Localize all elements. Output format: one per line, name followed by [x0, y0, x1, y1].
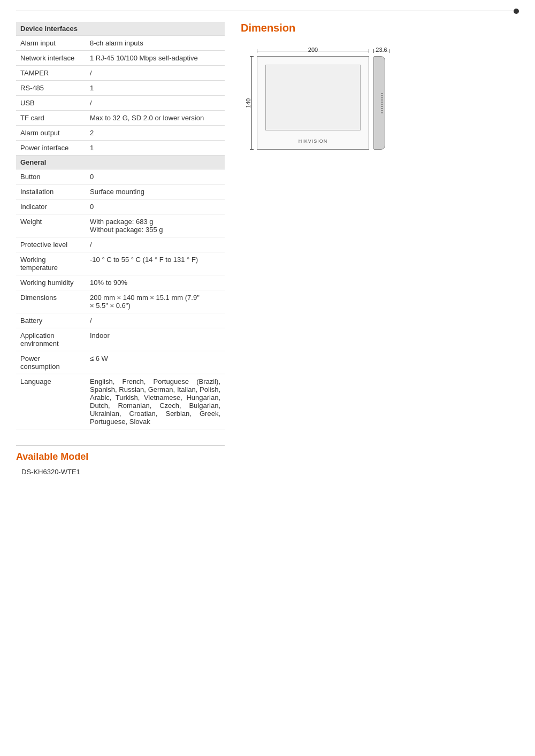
- row-value: Surface mounting: [86, 184, 225, 199]
- dim-height-label: 140: [245, 98, 251, 107]
- dim-line-cap-left: [257, 49, 257, 53]
- device-side-shape: [373, 56, 385, 150]
- dim-line-cap-bottom: [250, 149, 254, 150]
- brand-text: HIKVISION: [299, 138, 328, 144]
- row-label: TAMPER: [16, 66, 86, 81]
- dim-line-side: [373, 51, 389, 51]
- dim-line-left: [251, 56, 252, 150]
- row-value: ≤ 6 W: [86, 351, 225, 374]
- section-header-label: General: [16, 156, 225, 169]
- row-value: Max to 32 G, SD 2.0 or lower version: [86, 111, 225, 126]
- available-model-section: Available Model DS-KH6320-WTE1: [16, 445, 225, 476]
- row-label: Protective level: [16, 237, 86, 252]
- main-layout: Device interfaces Alarm input 8-ch alarm…: [16, 22, 519, 476]
- table-row: Language English, French, Portuguese (Br…: [16, 374, 225, 429]
- front-view-container: 200 140 HIKVISION: [257, 56, 369, 150]
- side-line: [381, 108, 383, 109]
- row-label: Indicator: [16, 199, 86, 214]
- side-line: [381, 97, 383, 98]
- side-view-container: 23.6: [373, 56, 389, 150]
- row-label: RS-485: [16, 81, 86, 96]
- side-line: [381, 110, 383, 111]
- table-row: TAMPER /: [16, 66, 225, 81]
- table-row: Network interface 1 RJ-45 10/100 Mbps se…: [16, 51, 225, 66]
- row-label: Language: [16, 374, 86, 429]
- section-header-label: Device interfaces: [16, 22, 225, 36]
- table-row: Working temperature -10 ° C to 55 ° C (1…: [16, 252, 225, 275]
- row-value: 2: [86, 126, 225, 141]
- row-value: /: [86, 237, 225, 252]
- table-row: Indicator 0: [16, 199, 225, 214]
- row-value: 1 RJ-45 10/100 Mbps self-adaptive: [86, 51, 225, 66]
- dim-line-cap-top: [250, 56, 254, 57]
- row-label: Button: [16, 169, 86, 184]
- device-side: [373, 56, 389, 150]
- row-label: TF card: [16, 111, 86, 126]
- side-line: [381, 104, 383, 105]
- row-value: English, French, Portuguese (Brazil), Sp…: [86, 374, 225, 429]
- row-value: /: [86, 313, 225, 328]
- side-line: [381, 106, 383, 107]
- row-label: Battery: [16, 313, 86, 328]
- row-value: 0: [86, 199, 225, 214]
- dimension-title: Dimension: [241, 22, 519, 34]
- table-row: Alarm output 2: [16, 126, 225, 141]
- row-label: Alarm output: [16, 126, 86, 141]
- side-line: [381, 95, 383, 96]
- top-divider: [16, 11, 519, 11]
- model-item: DS-KH6320-WTE1: [16, 468, 225, 476]
- table-row: USB /: [16, 96, 225, 111]
- row-label: Installation: [16, 184, 86, 199]
- row-value: 0: [86, 169, 225, 184]
- row-value: 10% to 90%: [86, 275, 225, 290]
- dim-width-label: 200: [257, 45, 369, 53]
- row-label: Application environment: [16, 328, 86, 351]
- side-line: [381, 112, 383, 113]
- dim-line-top: [257, 51, 369, 51]
- table-row: Power consumption ≤ 6 W: [16, 351, 225, 374]
- row-label: Dimensions: [16, 290, 86, 313]
- row-label: Network interface: [16, 51, 86, 66]
- spec-table: Device interfaces Alarm input 8-ch alarm…: [16, 22, 225, 429]
- dimension-diagram: 200 140 HIKVISION: [241, 43, 519, 150]
- available-model-title: Available Model: [16, 451, 225, 462]
- row-label: Working temperature: [16, 252, 86, 275]
- spec-table-section: Device interfaces Alarm input 8-ch alarm…: [16, 22, 225, 476]
- table-row: Protective level /: [16, 237, 225, 252]
- row-value: 8-ch alarm inputs: [86, 36, 225, 51]
- side-line: [381, 99, 383, 101]
- table-row: Power interface 1: [16, 141, 225, 156]
- dim-line-cap-right: [369, 49, 369, 53]
- row-label: Weight: [16, 214, 86, 237]
- dim-side-cap-left: [373, 49, 374, 53]
- row-label: Power consumption: [16, 351, 86, 374]
- row-label: Alarm input: [16, 36, 86, 51]
- dimension-section: Dimension 200 140: [241, 22, 519, 150]
- table-row: Battery /: [16, 313, 225, 328]
- row-value: Indoor: [86, 328, 225, 351]
- row-value: -10 ° C to 55 ° C (14 ° F to 131 ° F): [86, 252, 225, 275]
- dim-depth-label: 23.6: [373, 45, 389, 53]
- table-row: TF card Max to 32 G, SD 2.0 or lower ver…: [16, 111, 225, 126]
- section-header-device-interfaces: Device interfaces: [16, 22, 225, 36]
- device-screen: [265, 65, 361, 130]
- section-header-general: General: [16, 156, 225, 169]
- side-line: [381, 93, 383, 94]
- table-row: Application environment Indoor: [16, 328, 225, 351]
- row-value: /: [86, 66, 225, 81]
- device-side-lines: [381, 73, 383, 133]
- side-line: [381, 102, 383, 103]
- table-row: Dimensions 200 mm × 140 mm × 15.1 mm (7.…: [16, 290, 225, 313]
- row-value: 200 mm × 140 mm × 15.1 mm (7.9"× 5.5" × …: [86, 290, 225, 313]
- top-dot: [514, 9, 519, 14]
- table-row: Button 0: [16, 169, 225, 184]
- dim-side-cap-right: [389, 49, 389, 53]
- row-value: 1: [86, 81, 225, 96]
- row-label: USB: [16, 96, 86, 111]
- table-row: Installation Surface mounting: [16, 184, 225, 199]
- table-row: Working humidity 10% to 90%: [16, 275, 225, 290]
- row-value: /: [86, 96, 225, 111]
- table-row: Alarm input 8-ch alarm inputs: [16, 36, 225, 51]
- row-label: Power interface: [16, 141, 86, 156]
- row-label: Working humidity: [16, 275, 86, 290]
